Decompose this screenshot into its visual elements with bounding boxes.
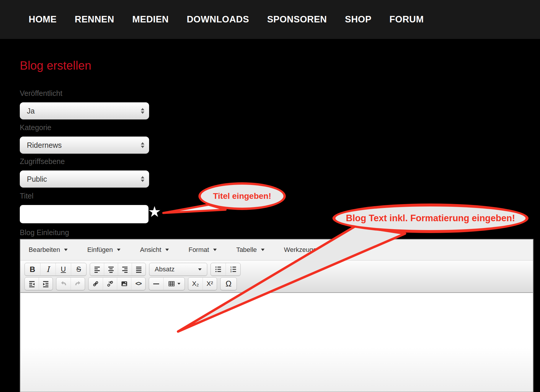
page-title: Blog erstellen <box>20 59 91 72</box>
select-stepper-icon <box>141 176 144 182</box>
list-group: 1 2 3 <box>211 263 241 276</box>
editor-toolbar: B I U S <box>20 260 533 293</box>
undo-button[interactable] <box>56 278 71 290</box>
align-left-icon <box>94 266 101 273</box>
access-level-select-value: Public <box>27 175 47 183</box>
menu-label: Werkzeuge <box>284 246 317 254</box>
editor-content-area[interactable] <box>20 293 533 392</box>
special-char-group: Ω <box>220 277 237 290</box>
menu-label: Ansicht <box>140 246 161 254</box>
toolbar-row-2: <> X₂ <box>25 277 533 290</box>
menu-ansicht[interactable]: Ansicht <box>140 246 169 254</box>
access-level-select[interactable]: Public <box>20 170 149 188</box>
indent-icon <box>42 280 49 287</box>
richtext-editor: Bearbeiten Einfügen Ansicht Format Tabel… <box>20 239 534 392</box>
nav-item-medien[interactable]: MEDIEN <box>132 14 169 25</box>
menu-werkzeuge[interactable]: Werkzeuge <box>284 246 324 254</box>
title-hint-bubble: Titel eingeben! <box>198 182 286 210</box>
title-label: Titel <box>20 192 33 200</box>
subscript-button[interactable]: X₂ <box>188 278 203 290</box>
nav-item-downloads[interactable]: DOWNLOADS <box>187 14 249 25</box>
menu-label: Bearbeiten <box>29 246 60 254</box>
bold-button[interactable]: B <box>25 263 40 275</box>
text-style-group: B I U S <box>25 263 87 276</box>
table-icon <box>168 280 175 287</box>
insert-link-button[interactable] <box>89 278 103 290</box>
source-code-button[interactable]: <> <box>131 278 145 290</box>
body-hint-bubble: Blog Text inkl. Formatierung eingeben! <box>332 204 528 233</box>
numbered-list-icon: 1 2 3 <box>230 266 237 273</box>
indent-button[interactable] <box>39 278 53 290</box>
menu-einfuegen[interactable]: Einfügen <box>87 246 120 254</box>
bold-icon: B <box>30 265 35 274</box>
hr-table-group <box>149 277 185 290</box>
menu-label: Einfügen <box>87 246 113 254</box>
required-star-icon: ★ <box>148 204 161 219</box>
toolbar-row-1: B I U S <box>25 263 533 276</box>
special-character-button[interactable]: Ω <box>221 278 236 290</box>
nav-item-forum[interactable]: FORUM <box>389 14 424 25</box>
insert-image-button[interactable] <box>117 278 131 290</box>
page: HOME RENNEN MEDIEN DOWNLOADS SPONSOREN S… <box>0 0 540 392</box>
published-select-value: Ja <box>27 107 35 115</box>
align-center-button[interactable] <box>104 263 118 275</box>
nav-item-rennen[interactable]: RENNEN <box>75 14 114 25</box>
menu-tabelle[interactable]: Tabelle <box>236 246 265 254</box>
align-justify-button[interactable] <box>132 263 146 275</box>
redo-button[interactable] <box>71 278 85 290</box>
italic-icon: I <box>46 265 49 274</box>
outdent-button[interactable] <box>25 278 39 290</box>
link-icon <box>92 280 99 287</box>
title-input[interactable] <box>20 205 149 223</box>
outdent-icon <box>28 280 35 287</box>
horizontal-rule-button[interactable] <box>149 278 163 290</box>
menu-label: Format <box>188 246 209 254</box>
menu-format[interactable]: Format <box>188 246 217 254</box>
nav-item-sponsoren[interactable]: SPONSOREN <box>267 14 327 25</box>
underline-button[interactable]: U <box>56 263 71 275</box>
category-label: Kategorie <box>20 123 51 132</box>
align-justify-icon <box>135 266 142 273</box>
published-select[interactable]: Ja <box>20 102 149 119</box>
paragraph-format-group: Absatz <box>149 263 207 276</box>
horizontal-rule-icon <box>153 283 159 284</box>
bullet-list-button[interactable] <box>211 263 226 275</box>
chevron-down-icon <box>213 249 217 251</box>
italic-button[interactable]: I <box>40 263 56 275</box>
insert-table-button[interactable] <box>163 278 185 290</box>
remove-link-button[interactable] <box>103 278 117 290</box>
strikethrough-button[interactable]: S <box>71 263 86 275</box>
chevron-down-icon <box>321 249 324 251</box>
top-nav: HOME RENNEN MEDIEN DOWNLOADS SPONSOREN S… <box>0 0 540 39</box>
code-icon: <> <box>135 281 141 287</box>
category-select[interactable]: Ridernews <box>20 137 149 154</box>
chevron-down-icon <box>64 249 68 251</box>
omega-icon: Ω <box>226 279 231 288</box>
nav-item-home[interactable]: HOME <box>29 14 57 25</box>
paragraph-format-value: Absatz <box>155 265 174 273</box>
menu-bearbeiten[interactable]: Bearbeiten <box>29 246 68 254</box>
category-select-value: Ridernews <box>27 141 62 150</box>
menu-label: Tabelle <box>236 246 257 254</box>
history-group <box>56 277 85 290</box>
subscript-icon: X₂ <box>192 280 199 288</box>
superscript-button[interactable]: X² <box>203 278 217 290</box>
superscript-icon: X² <box>207 280 213 288</box>
align-right-button[interactable] <box>118 263 132 275</box>
chevron-down-icon <box>261 249 265 251</box>
strikethrough-icon: S <box>76 265 81 273</box>
align-left-button[interactable] <box>90 263 104 275</box>
alignment-group <box>90 263 146 276</box>
nav-item-shop[interactable]: SHOP <box>345 14 371 25</box>
select-stepper-icon <box>141 142 144 148</box>
underline-icon: U <box>61 265 66 273</box>
paragraph-format-dropdown[interactable]: Absatz <box>149 263 207 275</box>
chevron-down-icon <box>165 249 169 251</box>
body-hint-text: Blog Text inkl. Formatierung eingeben! <box>346 213 515 224</box>
access-level-label: Zugriffsebene <box>20 157 65 166</box>
svg-text:3: 3 <box>230 270 232 273</box>
select-stepper-icon <box>141 108 144 114</box>
chevron-down-icon <box>117 249 120 251</box>
numbered-list-button[interactable]: 1 2 3 <box>226 263 240 275</box>
redo-icon <box>74 280 81 287</box>
